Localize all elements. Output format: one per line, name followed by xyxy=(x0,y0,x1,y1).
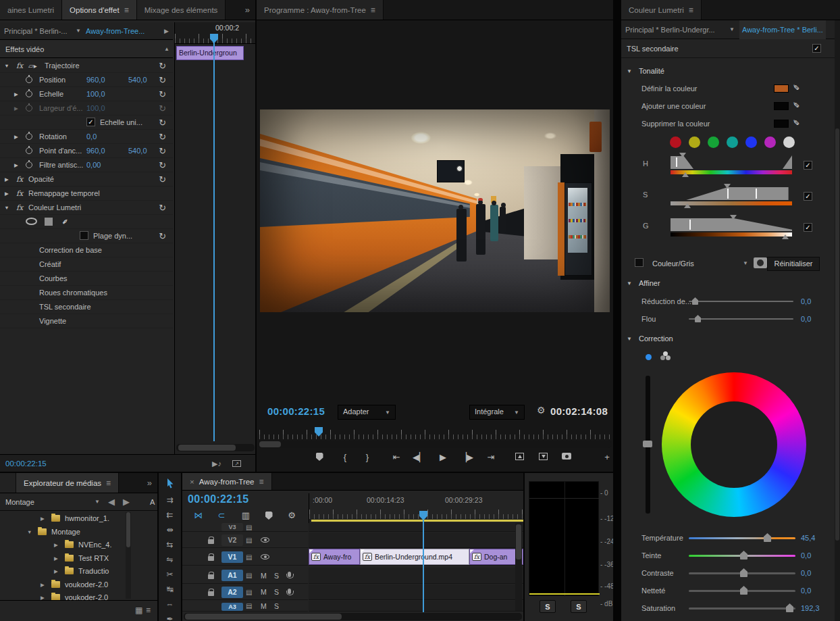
solo-button[interactable]: S xyxy=(274,568,279,584)
param-value[interactable]: 540,0 xyxy=(128,73,147,87)
color-swatch[interactable] xyxy=(774,120,789,128)
mask-rectangle-icon[interactable] xyxy=(45,218,53,226)
solo-button[interactable]: S xyxy=(540,600,556,613)
solo-button[interactable]: S xyxy=(274,601,279,612)
mute-button[interactable]: M xyxy=(261,585,267,600)
param-checkbox[interactable] xyxy=(80,231,88,240)
effect-label[interactable]: Roues chromatiques xyxy=(39,286,107,300)
button-editor-button[interactable]: + xyxy=(598,449,613,466)
media-scrollbar[interactable] xyxy=(126,512,131,599)
panel-menu-icon[interactable]: ≡ xyxy=(124,5,129,15)
slider-value[interactable]: 0,0 xyxy=(801,549,811,562)
track-visibility-icon[interactable] xyxy=(261,537,269,543)
play-audio-icon[interactable]: ▶♪ xyxy=(212,455,221,472)
step-forward-button[interactable]: ▕▶ xyxy=(458,449,475,466)
mute-button[interactable]: M xyxy=(261,568,267,584)
tab-lumetri-color[interactable]: Couleur Lumetri ≡ xyxy=(621,0,702,20)
selection-tool[interactable] xyxy=(159,478,181,492)
param-value[interactable]: 540,0 xyxy=(128,144,147,158)
reset-icon[interactable]: ↺ xyxy=(159,130,166,144)
effect-label[interactable]: TSL secondaire xyxy=(39,300,91,314)
param-value[interactable]: 960,0 xyxy=(86,73,105,87)
mini-scrollbar-thumb[interactable] xyxy=(178,445,236,451)
chevron-down-icon[interactable]: ▼ xyxy=(729,20,735,39)
mark-out-button[interactable]: } xyxy=(359,449,376,466)
tree-item[interactable]: ▶Traductio xyxy=(0,565,157,578)
track-badge[interactable]: A3 xyxy=(221,603,243,611)
sequence-clip-label[interactable]: Away-from-Tree * Berli... xyxy=(739,20,826,39)
luminance-enabled-checkbox[interactable]: ✓ xyxy=(804,223,812,232)
track-area-a3[interactable] xyxy=(309,601,523,612)
param-value[interactable]: 0,0 xyxy=(86,130,97,144)
go-to-in-button[interactable]: ⇤ xyxy=(388,449,405,466)
range-marker-icon[interactable] xyxy=(682,172,689,177)
source-patch-icon[interactable]: ▤ xyxy=(246,601,252,612)
track-badge[interactable]: A2 xyxy=(221,587,243,598)
track-header-a1[interactable]: A1▤MS xyxy=(182,568,308,584)
timeline-vscrollbar[interactable] xyxy=(515,523,522,611)
tree-item[interactable]: ▶Test RTX xyxy=(0,552,157,565)
program-scrollbar[interactable] xyxy=(258,441,612,448)
mask-pen-icon[interactable]: ✒ xyxy=(58,215,73,230)
tab-media-browser[interactable]: Explorateur de médias ≡ xyxy=(16,473,119,493)
twirl-right-icon[interactable]: ▶ xyxy=(41,578,45,591)
twirl-right-icon[interactable]: ▶ xyxy=(54,539,58,551)
source-patch-icon[interactable]: ▤ xyxy=(246,585,252,600)
pen-tool[interactable]: ✒ xyxy=(159,612,181,621)
param-value[interactable]: 100,0 xyxy=(86,87,105,101)
overflow-chevron[interactable]: » xyxy=(240,0,255,20)
range-marker-icon[interactable] xyxy=(679,153,686,157)
panel-menu-icon[interactable]: ≡ xyxy=(371,5,375,15)
timeline-wrench-button[interactable]: ⚙ xyxy=(284,508,300,523)
luminance-range-slider[interactable] xyxy=(671,216,792,241)
stopwatch-icon[interactable] xyxy=(26,91,32,97)
hue-dot[interactable] xyxy=(689,136,700,148)
param-checkbox[interactable]: ✓ xyxy=(86,118,95,126)
saturation-range-slider[interactable] xyxy=(671,185,792,209)
timeline-clip[interactable]: fxBerlin-Underground.mp4 xyxy=(360,549,469,565)
timeline-timecode[interactable]: 00:00:22:15 xyxy=(188,493,248,505)
solo-button[interactable]: S xyxy=(571,600,587,613)
source-patch-icon[interactable]: ▤ xyxy=(246,523,252,532)
slider-handle[interactable] xyxy=(740,586,747,595)
param-value[interactable]: 960,0 xyxy=(86,144,105,158)
stopwatch-icon[interactable] xyxy=(26,105,32,111)
track-badge[interactable]: V1 xyxy=(221,551,243,563)
effect-label[interactable]: Correction de base xyxy=(39,243,102,257)
playback-resolution-select[interactable]: Intégrale▼ xyxy=(469,405,525,420)
program-scrollbar-thumb[interactable] xyxy=(259,441,281,447)
panel-menu-icon[interactable]: ≡ xyxy=(689,5,693,15)
effects-badge-icon[interactable]: ↗ xyxy=(232,460,241,467)
close-icon[interactable]: × xyxy=(190,478,194,486)
effect-label[interactable]: Trajectoire xyxy=(45,59,80,73)
tree-item[interactable]: ▶voukoder-2.0 xyxy=(0,578,157,591)
slider-handle[interactable] xyxy=(740,551,747,560)
hue-range-slider[interactable] xyxy=(671,154,792,178)
timeline-vscrollbar-thumb[interactable] xyxy=(516,524,521,560)
effect-label[interactable]: Courbes xyxy=(39,272,68,286)
stopwatch-icon[interactable] xyxy=(26,147,32,154)
slider-value[interactable]: 0,0 xyxy=(801,295,811,308)
record-mic-icon[interactable] xyxy=(288,589,291,594)
slider-track[interactable] xyxy=(689,318,793,320)
extract-button[interactable] xyxy=(534,449,552,466)
sequence-settings-button[interactable]: ▥ xyxy=(238,508,254,523)
slider-value[interactable]: 192,3 xyxy=(801,601,820,615)
timeline-hscrollbar-thumb[interactable] xyxy=(185,614,342,620)
stopwatch-icon[interactable] xyxy=(26,76,32,83)
effect-label[interactable]: Remappage temporel xyxy=(28,187,100,201)
hue-dot[interactable] xyxy=(783,136,795,148)
twirl-down-icon[interactable]: ▼ xyxy=(27,526,32,539)
chevron-down-icon[interactable]: ▼ xyxy=(743,255,748,272)
collapse-up-icon[interactable]: ▲ xyxy=(164,41,169,58)
slip-tool[interactable]: ↹ xyxy=(159,582,181,596)
hue-enabled-checkbox[interactable]: ✓ xyxy=(804,161,812,170)
track-header-v2[interactable]: V2▤ xyxy=(182,532,308,548)
snap-toggle[interactable]: ⊂ xyxy=(213,508,230,523)
record-mic-icon[interactable] xyxy=(288,572,291,577)
effect-label[interactable]: Couleur Lumetri xyxy=(28,201,81,215)
timeline-hscrollbar[interactable] xyxy=(184,613,522,620)
panel-menu-icon[interactable]: ≡ xyxy=(259,477,264,487)
effect-label[interactable]: Créatif xyxy=(39,257,61,272)
chevron-down-icon[interactable]: ▼ xyxy=(76,22,81,40)
